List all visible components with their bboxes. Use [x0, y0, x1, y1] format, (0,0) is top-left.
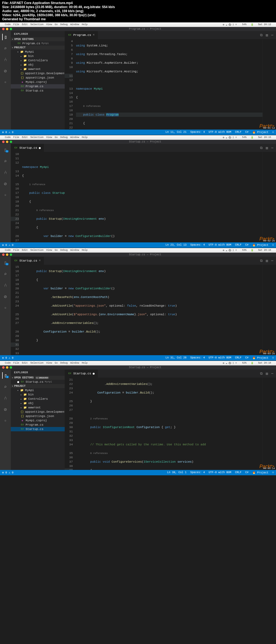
- git-icon[interactable]: ⑃: [2, 395, 9, 401]
- file-program[interactable]: C#Program.cs: [11, 84, 65, 89]
- open-editor-program[interactable]: C#Program.cs MyApi: [11, 41, 65, 46]
- debug-icon[interactable]: ⊘: [2, 406, 9, 413]
- extensions-icon[interactable]: ▫: [2, 418, 9, 424]
- eol[interactable]: CRLF: [235, 131, 242, 134]
- explorer-icon[interactable]: ▯1: [2, 372, 9, 379]
- folder-obj[interactable]: ▸📁obj: [11, 63, 65, 67]
- menu-file[interactable]: File: [13, 23, 19, 26]
- menu-selection[interactable]: Selection: [30, 23, 44, 26]
- code-content[interactable]: public Startup(IHostingEnvironment env) …: [22, 265, 263, 355]
- explorer-icon[interactable]: ▯1: [2, 259, 9, 266]
- timestamp: 00:01:14: [263, 127, 275, 130]
- mac-menubar[interactable]: Code File Edit Selection View Go Debug W…: [0, 22, 276, 27]
- code-content[interactable]: .AddEnvironmentVariables(); Configuratio…: [76, 378, 263, 470]
- line-gutter: 45678910111213141516171819202122232425: [65, 39, 76, 130]
- window-title: Program.cs — Project: [14, 27, 276, 31]
- tab-program[interactable]: C#Program.cs×: [65, 31, 98, 39]
- search-icon[interactable]: ⌕: [2, 271, 9, 277]
- menu-debug[interactable]: Debug: [60, 23, 68, 26]
- error-count[interactable]: ⊗ 0 ⚠ 0: [2, 131, 13, 134]
- folder-myapi[interactable]: ▾📁MyApi: [11, 50, 65, 54]
- explorer-icon[interactable]: ▯1: [2, 147, 9, 153]
- file-startup[interactable]: C#Startup.cs: [11, 427, 65, 431]
- battery-percent: 54%: [242, 23, 246, 26]
- search-icon[interactable]: ⌕: [2, 45, 9, 52]
- explorer-title: EXPLORER: [11, 31, 65, 37]
- folder-wwwroot[interactable]: ▸📁wwwroot: [11, 67, 65, 71]
- search-icon[interactable]: ⌕: [2, 384, 9, 390]
- metadata-header: File: ASP.NET Core Application Structure…: [0, 0, 276, 22]
- menu-code[interactable]: Code: [5, 23, 11, 26]
- file-startup[interactable]: C#Startup.cs: [11, 89, 65, 93]
- close-icon[interactable]: ×: [93, 33, 95, 37]
- folder-bin[interactable]: ▸📁bin: [11, 54, 65, 58]
- menu-help[interactable]: Help: [82, 23, 88, 26]
- menu-window[interactable]: Window: [70, 23, 79, 26]
- open-editor-startup[interactable]: C#Startup.cs MyApi: [11, 380, 65, 384]
- statusbar: ⊗ 0 ⚠ 0 Ln 11, Col 21 Spaces: 4 UTF-8 wi…: [0, 130, 276, 135]
- language[interactable]: C#: [245, 131, 249, 134]
- indent[interactable]: Spaces: 4: [190, 131, 205, 134]
- code-content[interactable]: using System.Linq; using System.Threadin…: [76, 39, 263, 130]
- explorer-sidebar: EXPLORER ▾OPEN EDITORS C#Program.cs MyAp…: [11, 31, 65, 130]
- activity-bar: ▯ ⌕ ⑃ ⊘ ▫: [0, 31, 11, 130]
- tab-startup[interactable]: C#Startup.cs: [11, 144, 44, 152]
- debug-icon[interactable]: ⊘: [2, 68, 9, 74]
- menu-view[interactable]: View: [46, 23, 52, 26]
- debug-icon[interactable]: ⊘: [2, 181, 9, 187]
- battery-icon: 🔋: [251, 23, 254, 26]
- window-controls[interactable]: [0, 27, 14, 31]
- mac-menubar[interactable]: CodeFileEditSelectionViewGoDebugWindowHe…: [0, 135, 276, 140]
- extensions-icon[interactable]: ▫: [2, 305, 9, 311]
- split-icon[interactable]: ⧉: [260, 33, 263, 37]
- git-icon[interactable]: ⑃: [2, 282, 9, 289]
- file-appsettings-dev[interactable]: {}appsettings.Development.js...: [11, 71, 65, 76]
- minimap[interactable]: [263, 39, 276, 130]
- project-section[interactable]: ▾PROJECT: [11, 46, 65, 50]
- tab-startup[interactable]: C#Startup.cs: [65, 370, 98, 378]
- git-icon[interactable]: ⑃: [2, 56, 9, 63]
- encoding[interactable]: UTF-8 with BOM: [209, 131, 231, 134]
- menu-edit[interactable]: Edit: [22, 23, 28, 26]
- cursor-position[interactable]: Ln 11, Col 21: [165, 131, 187, 134]
- folder-controllers[interactable]: ▸📁Controllers: [11, 58, 65, 63]
- code-content[interactable]: namespace MyApi { 1 reference public cla…: [22, 152, 263, 242]
- explorer-icon[interactable]: ▯: [2, 34, 9, 40]
- tab-startup[interactable]: C#Startup.cs×: [11, 257, 44, 265]
- search-icon[interactable]: ⌕: [2, 158, 9, 164]
- file-csproj[interactable]: ◆MyApi.csproj: [11, 80, 65, 84]
- extensions-icon[interactable]: ▫: [2, 192, 9, 198]
- open-editors-section[interactable]: ▾OPEN EDITORS: [11, 37, 65, 41]
- file-appsettings[interactable]: {}appsettings.json: [11, 76, 65, 80]
- extensions-icon[interactable]: ▫: [2, 79, 9, 86]
- more-icon[interactable]: ⋯: [271, 33, 273, 37]
- git-icon[interactable]: ⑃: [2, 169, 9, 176]
- window-title: Startup.cs — Project: [14, 140, 276, 144]
- clock[interactable]: Sat 20:12: [258, 23, 271, 26]
- debug-icon[interactable]: ⊘: [2, 293, 9, 300]
- feedback-icon[interactable]: ☺: [272, 131, 274, 134]
- menu-go[interactable]: Go: [55, 23, 58, 26]
- layout-icon[interactable]: ▥: [266, 33, 268, 37]
- editor-area: C#Program.cs× ⧉▥⋯ 4567891011121314151617…: [65, 31, 276, 130]
- wifi-icon[interactable]: ⚙ ☁ ⏻ ᛒ ᯤ: [223, 23, 238, 26]
